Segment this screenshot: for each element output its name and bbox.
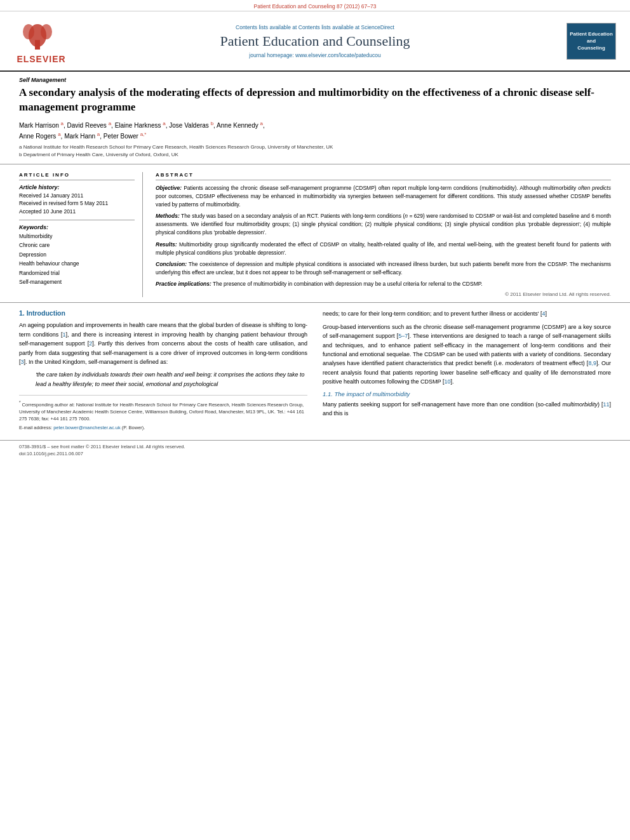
thumb-text: Patient EducationandCounseling [570, 30, 613, 52]
article-info-abstract: ARTICLE INFO Article history: Received 1… [0, 167, 630, 303]
blockquote: 'the care taken by individuals towards t… [25, 370, 307, 389]
revised-date: Received in revised form 5 May 2011 [19, 199, 135, 208]
keywords-group: Keywords: Multimorbidity Chronic care De… [19, 224, 135, 287]
conclusion-text: The coexistence of depression and multip… [156, 261, 611, 276]
elsevier-logo: ELSEVIER [13, 18, 70, 64]
svg-point-2 [23, 24, 34, 39]
keyword-2: Chronic care [19, 241, 135, 250]
intro-heading: 1. Introduction [19, 309, 307, 317]
contents-label: Contents lists available at [236, 24, 298, 30]
received-date: Received 14 January 2011 [19, 192, 135, 200]
svg-point-3 [41, 24, 52, 39]
practice-label: Practice implications: [156, 281, 211, 287]
ref-11[interactable]: 11 [603, 401, 609, 408]
keywords-list: Multimorbidity Chronic care Depression H… [19, 232, 135, 287]
section-label: Self Management [19, 77, 611, 83]
body-col-left: 1. Introduction An ageing population and… [19, 309, 307, 433]
article-title: A secondary analysis of the moderating e… [19, 86, 611, 115]
affiliations: a National Institute for Health Research… [19, 143, 611, 159]
article-info-title: ARTICLE INFO [19, 172, 135, 180]
journal-thumbnail: Patient EducationandCounseling [566, 23, 617, 60]
results-text: Multimorbidity group significantly moder… [156, 241, 611, 256]
subsection-heading: 1.1. The impact of multimorbidity [323, 390, 611, 397]
elsevier-wordmark: ELSEVIER [13, 54, 70, 64]
article-header: Self Management A secondary analysis of … [0, 72, 630, 164]
intro-para-right-1: needs; to care for their long-term condi… [323, 309, 611, 318]
affiliation-a: a National Institute for Health Research… [19, 143, 611, 151]
fn-email: E-mail address: peter.bower@manchester.a… [19, 424, 307, 431]
ref-5-7[interactable]: 5–7 [398, 333, 408, 339]
abstract-methods: Methods: The study was based on a second… [156, 212, 611, 237]
header-center: Contents lists available at Contents lis… [70, 24, 560, 58]
authors: Mark Harrison a, David Reeves a, Elaine … [19, 120, 611, 141]
article-info-col: ARTICLE INFO Article history: Received 1… [19, 172, 143, 298]
abstract-practice: Practice implications: The presence of m… [156, 280, 611, 288]
practice-text: The presence of multimorbidity in combin… [213, 281, 483, 287]
methods-label: Methods: [156, 213, 180, 219]
elsevier-tree-icon [16, 18, 67, 53]
history-group: Article history: Received 14 January 201… [19, 184, 135, 216]
abstract-results: Results: Multimorbidity group significan… [156, 241, 611, 257]
moderators-text: moderators [506, 360, 535, 366]
abstract-col: ABSTRACT Objective: Patients accessing t… [156, 172, 611, 298]
ref-8-9[interactable]: 8,9 [588, 360, 596, 366]
sciencedirect-link[interactable]: Contents lists available at ScienceDirec… [298, 24, 394, 30]
keyword-4: Health behaviour change [19, 259, 135, 268]
intro-para-1: An ageing population and improvements in… [19, 321, 307, 366]
multimorbidity-italic: multimorbidity [563, 401, 598, 408]
body-section: 1. Introduction An ageing population and… [0, 303, 630, 439]
ref-10[interactable]: 10 [444, 378, 450, 385]
issn-line: 0738-3991/$ – see front matter © 2011 El… [19, 443, 611, 450]
abstract-conclusion: Conclusion: The coexistence of depressio… [156, 260, 611, 277]
email-link[interactable]: peter.bower@manchester.ac.uk [53, 425, 121, 430]
journal-ref: Patient Education and Counseling 87 (201… [254, 3, 377, 10]
keywords-title: Keywords: [19, 224, 135, 230]
info-divider [19, 220, 135, 220]
ref-1[interactable]: 1 [63, 331, 66, 338]
journal-homepage: journal homepage: www.elsevier.com/locat… [70, 52, 560, 58]
fn-corresponding: * Corresponding author at: National Inst… [19, 399, 307, 422]
copyright-line: © 2011 Elsevier Ireland Ltd. All rights … [156, 291, 611, 297]
abstract-objective: Objective: Patients accessing the chroni… [156, 184, 611, 210]
objective-label: Objective: [156, 185, 182, 191]
keyword-5: Randomized trial [19, 269, 135, 277]
header-section: ELSEVIER Contents lists available at Con… [0, 11, 630, 72]
intro-para-right-2: Group-based interventions such as the ch… [323, 323, 611, 387]
ref-4[interactable]: 4 [542, 310, 545, 317]
affiliation-b: b Department of Primary Health Care, Uni… [19, 151, 611, 159]
bottom-bar: 0738-3991/$ – see front matter © 2011 El… [0, 440, 630, 460]
abstract-title: ABSTRACT [156, 172, 611, 180]
results-label: Results: [156, 241, 177, 248]
history-title: Article history: [19, 184, 135, 190]
body-two-col: 1. Introduction An ageing population and… [19, 309, 611, 433]
ref-2[interactable]: 2 [89, 340, 92, 347]
accepted-date: Accepted 10 June 2011 [19, 208, 135, 216]
homepage-label: journal homepage: [249, 52, 295, 58]
doi-line: doi:10.1016/j.pec.2011.06.007 [19, 450, 611, 457]
footnote-section: * Corresponding author at: National Inst… [19, 395, 307, 432]
author-names: Mark Harrison a, David Reeves a, Elaine … [19, 122, 265, 139]
keyword-6: Self-management [19, 277, 135, 286]
journal-cover: Patient EducationandCounseling [566, 23, 616, 60]
ref-3[interactable]: 3 [21, 359, 24, 365]
objective-text: Patients accessing the chronic disease s… [156, 185, 611, 208]
journal-title: Patient Education and Counseling [70, 33, 560, 50]
contents-line: Contents lists available at Contents lis… [70, 24, 560, 30]
methods-text: The study was based on a secondary analy… [156, 213, 611, 236]
keyword-3: Depression [19, 250, 135, 259]
homepage-url[interactable]: www.elsevier.com/locate/pateducou [295, 52, 381, 58]
keyword-1: Multimorbidity [19, 232, 135, 241]
conclusion-label: Conclusion: [156, 261, 187, 267]
body-col-right: needs; to care for their long-term condi… [323, 309, 611, 433]
intro-para-right-3: Many patients seeking support for self-m… [323, 400, 611, 418]
top-bar: Patient Education and Counseling 87 (201… [0, 0, 630, 11]
